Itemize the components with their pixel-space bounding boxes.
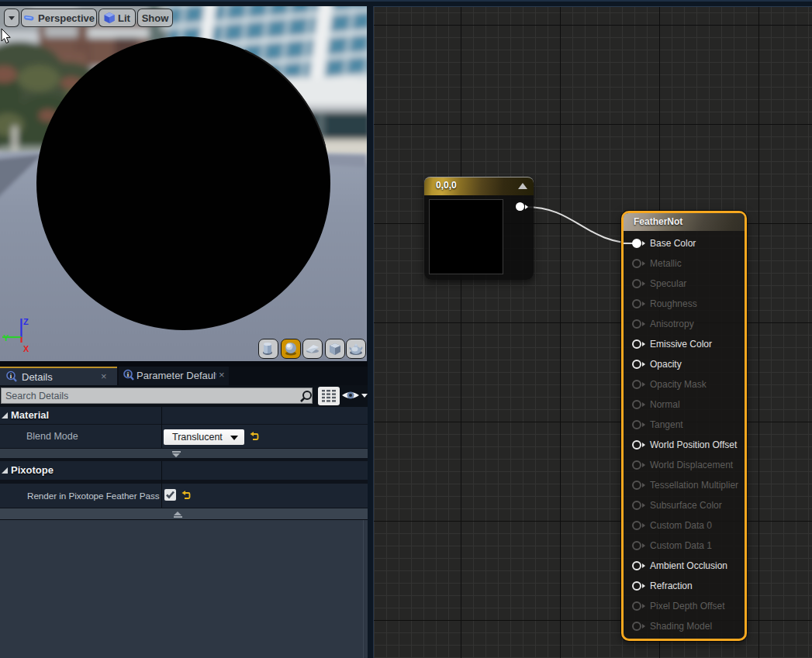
svg-text:Y: Y (3, 333, 9, 343)
svg-text:X: X (23, 344, 29, 353)
svg-text:Z: Z (23, 317, 29, 326)
